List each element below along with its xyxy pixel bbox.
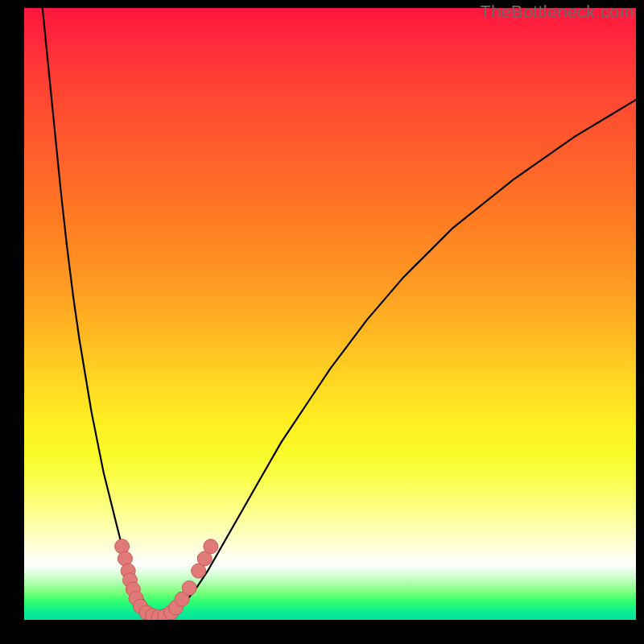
bottleneck-curve [43,8,636,617]
data-marker [204,539,218,554]
chart-frame: TheBottleneck.com [0,0,644,644]
plot-area [24,8,636,620]
data-marker [182,581,196,596]
watermark-text: TheBottleneck.com [480,2,634,23]
curve-layer [24,8,636,620]
